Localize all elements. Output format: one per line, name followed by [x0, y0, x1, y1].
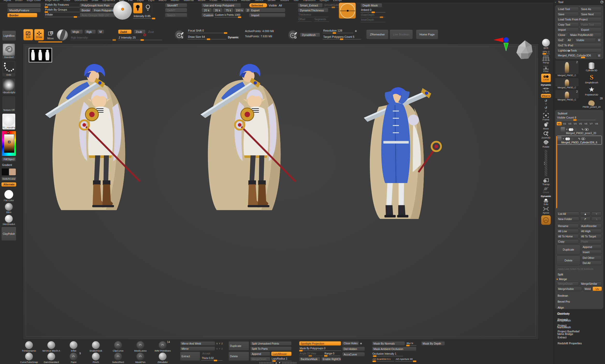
menu-zplugin[interactable]: Zplugin	[320, 0, 329, 2]
scroll-down-icon[interactable]: ▼	[278, 361, 281, 364]
polypaint-on2-icon[interactable]	[567, 137, 570, 140]
subtool-tab-v4[interactable]: V4	[573, 122, 578, 126]
merge-down-button[interactable]: MergeDown	[557, 281, 579, 286]
uv-off-icon[interactable]	[574, 128, 577, 131]
rgb-button[interactable]: Rgb	[84, 30, 96, 34]
lightbox-tools-button[interactable]: Lightbox▶Tools	[557, 48, 602, 53]
bottom-brush-paint[interactable]: 9◠Paint	[63, 353, 84, 363]
home-page-button[interactable]: Home Page	[416, 30, 438, 39]
import-button[interactable]: Import	[249, 13, 285, 17]
all-to-target-button[interactable]: All To Target	[580, 234, 602, 238]
merge-similar-button[interactable]: MergeSimilar	[580, 281, 602, 286]
tool-thumb-cylinder[interactable]: Cylinder3D	[580, 60, 604, 72]
switch-mt-button[interactable]: Switch	[165, 13, 187, 17]
chip-20k[interactable]: 20 k	[201, 8, 212, 12]
all-to-home-button[interactable]: All To Home	[557, 234, 579, 238]
del-mt-button[interactable]: DelMT	[165, 8, 187, 12]
bottom-brush-inflat[interactable]: Inflat	[63, 341, 84, 352]
close-holes-dot[interactable]	[360, 343, 362, 345]
persp-button[interactable]: Persp	[542, 55, 550, 64]
draw-size-slider[interactable]: Draw Size 64	[188, 35, 226, 39]
mask-by-normals-button[interactable]: Mask By Normals	[372, 341, 405, 346]
spix-slider[interactable]: SPix 3	[542, 50, 550, 54]
menu-macro[interactable]: Macro	[159, 0, 167, 2]
imbed-slider[interactable]: Imbed 0	[361, 8, 385, 12]
section-boolean[interactable]: Boolean	[557, 294, 602, 298]
menu-document[interactable]: Document	[75, 0, 88, 2]
axis-gizmo[interactable]	[493, 37, 509, 52]
tray-collapse-icon[interactable]: ‹	[555, 1, 556, 4]
section-remesh[interactable]: Remesh	[557, 317, 602, 322]
stroke-icon[interactable]: S	[175, 30, 184, 40]
intensity-slider[interactable]: Intensity 0.85	[133, 14, 155, 19]
close-holes-button[interactable]: Close Holes	[342, 341, 359, 346]
mrgb-button[interactable]: Mrgb	[70, 30, 83, 34]
spotlight-projection-button[interactable]: Spotlight Projection	[299, 341, 341, 346]
use-keep-polypaint-button[interactable]: Use and Keep Polypaint	[201, 3, 241, 8]
subtool-tab-v2[interactable]: V2	[562, 122, 567, 126]
save-button[interactable]: Save	[557, 12, 579, 16]
move-to-folder-button[interactable]: ↱	[580, 217, 590, 221]
inner-depth-slider[interactable]: InnerDepth	[361, 18, 385, 22]
menu-dynamics[interactable]: Dynamics	[103, 0, 115, 2]
rotate-z-button[interactable]: ↺Z	[545, 106, 548, 112]
del-all-button[interactable]: Del All	[581, 261, 602, 265]
dynamesh-button[interactable]: DynaMesh	[300, 33, 320, 37]
copy-tool-button[interactable]: Copy Tool	[557, 22, 579, 27]
menu-tool[interactable]: Tool	[293, 0, 298, 2]
transp-button[interactable]: Transp	[542, 178, 550, 186]
uv-button[interactable]: Uv	[593, 287, 602, 291]
uv-off-icon[interactable]	[571, 137, 574, 140]
menu-color[interactable]: Color	[64, 0, 70, 2]
zadd-button[interactable]: Zadd	[118, 30, 132, 34]
visibility-eye-icon[interactable]	[585, 128, 589, 131]
material-selector[interactable]: TC_HandPaint	[2, 113, 16, 130]
flip-icon[interactable]: ▼	[566, 128, 568, 131]
local-button[interactable]: Local	[541, 74, 551, 82]
load-tools-from-project-button[interactable]: Load Tools From Project	[557, 17, 602, 21]
angle-of-view-slider[interactable]: Angle Of View	[299, 352, 323, 356]
goz-to-ipad-button[interactable]: GoZ To iPad	[557, 43, 602, 47]
paste-tool-button[interactable]: Paste Tool	[580, 22, 602, 27]
apply-last-action-button[interactable]: Apply Last Action To All Subtools	[557, 267, 602, 271]
clone-button[interactable]: Clone	[557, 33, 568, 37]
brush-selector[interactable]: Standard	[2, 43, 16, 59]
draw-button[interactable]: Draw	[34, 29, 44, 40]
duplicate-button[interactable]: Duplicate	[228, 341, 249, 351]
bottom-brush-curvetubesnap[interactable]: CurveTubeSnap	[18, 353, 40, 363]
disp-off-icon[interactable]	[574, 137, 577, 140]
texture-selector[interactable]: Texture Off	[2, 96, 16, 112]
merge-visible-button[interactable]: MergeVisible	[557, 287, 582, 291]
ghost-button[interactable]: Ghost	[543, 187, 549, 194]
ao-scandist-slider[interactable]: AO ScanDist 0.1	[372, 357, 394, 361]
move-down-button[interactable]: ▼	[591, 212, 602, 216]
bottom-brush-snakehook[interactable]: SnakeHook	[85, 341, 107, 352]
resolution-dot[interactable]	[355, 30, 357, 32]
target-polygons-slider[interactable]: Target Polygons Count 5	[323, 35, 361, 39]
bottom-brush-imm-primitives[interactable]: 14◠IMM Primitives	[152, 341, 174, 352]
focal-shift-slider[interactable]: Focal Shift 0	[188, 29, 226, 33]
all-button[interactable]: All	[278, 3, 282, 8]
fill-object-button[interactable]: FillObject	[2, 157, 16, 162]
menu-layer[interactable]: Layer	[137, 0, 144, 2]
tool-thumb-1[interactable]: Merged_PM3D_C	[555, 78, 579, 89]
strip-scrollbar[interactable]: ▸▸	[544, 150, 548, 177]
subtool-item[interactable]: ▼ ✎ Merged_PM3D_pose3_20	[560, 127, 602, 135]
bpr-button[interactable]: BPR	[542, 39, 550, 49]
section-redshift-properties[interactable]: Redshift Properties	[557, 341, 602, 345]
all-high-button[interactable]: All High	[580, 229, 602, 233]
split-unmasked-button[interactable]: Split Unmasked Points	[250, 341, 292, 346]
polypaint-on2-icon[interactable]	[571, 128, 573, 131]
menu-preferences[interactable]: Preferences	[222, 0, 237, 2]
zremesher-button[interactable]: ZRemesher	[366, 30, 388, 39]
tool-thumb-star[interactable]: ★PolyMesh3D	[580, 85, 604, 96]
bottom-brush-maskpen[interactable]: ◠MaskPen	[129, 353, 151, 363]
auto-groups-uv-button[interactable]: Auto Groups With UV	[80, 13, 116, 17]
store-view-button[interactable]	[541, 215, 551, 225]
menu-file[interactable]: File	[128, 0, 133, 2]
lazymouse-button[interactable]: LazyMouse	[271, 352, 292, 356]
dynamic-thickness-button[interactable]: DynamicThickness	[298, 8, 328, 12]
custom-button[interactable]: Custom	[201, 13, 214, 17]
material-skinshade[interactable]: SkinShade4	[3, 215, 15, 225]
sculpt-canvas[interactable]	[23, 43, 539, 340]
